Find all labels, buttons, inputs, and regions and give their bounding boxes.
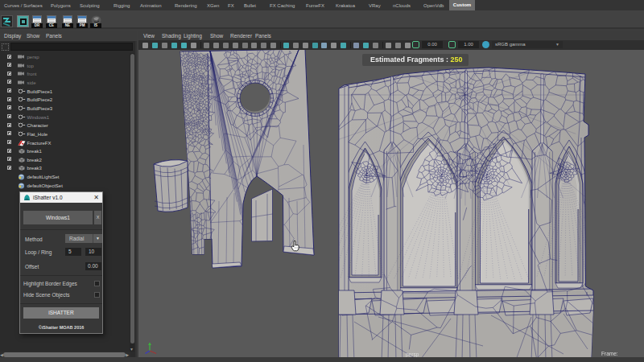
- svg-text:persp: persp: [406, 352, 419, 357]
- svg-text:Estimated Fragments : 250: Estimated Fragments : 250: [370, 56, 463, 64]
- svg-text:Frame:: Frame:: [601, 351, 618, 356]
